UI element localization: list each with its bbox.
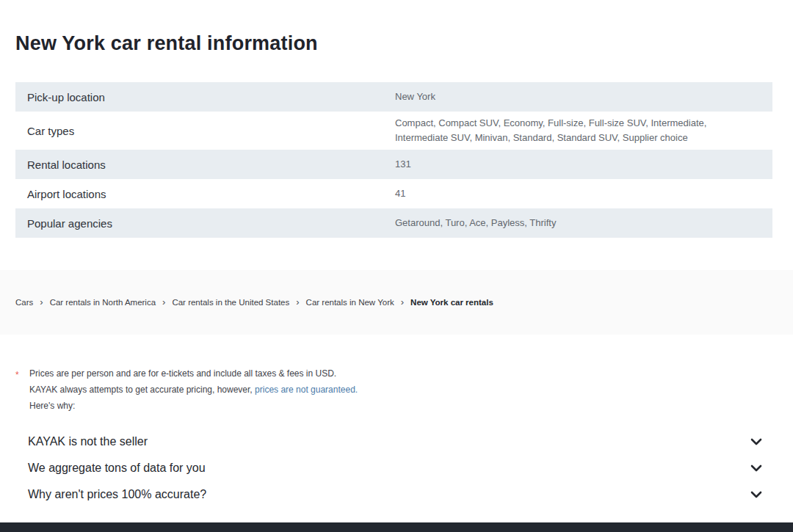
accordion-item[interactable]: Why aren't prices 100% accurate? [15,481,772,508]
breadcrumb-link[interactable]: New York car rentals [410,298,493,307]
table-row: Popular agencies Getaround, Turo, Ace, P… [15,208,772,238]
accordion-item-title: We aggregate tons of data for you [28,462,206,475]
asterisk-icon: * [15,367,19,383]
page-title: New York car rental information [15,0,772,55]
breadcrumb: › Cars › Car rentals in North America › … [15,298,493,307]
breadcrumb-segment: › Car rentals in New York [289,298,394,307]
breadcrumb-segment: › Cars [15,298,33,307]
chevron-right-icon: › [162,297,165,307]
accordion-item-title: KAYAK is not the seller [28,435,148,448]
pricing-disclaimer: * Prices are per person and are for e-ti… [15,365,772,414]
breadcrumb-link[interactable]: Car rentals in the United States [172,298,289,307]
disclaimer-line-3: Here's why: [29,398,772,414]
table-row-label: Rental locations [15,154,395,175]
table-row-value: New York [395,85,772,109]
chevron-right-icon: › [40,297,43,307]
accordion-item[interactable]: KAYAK is not the seller [15,429,772,455]
table-row-value: Getaround, Turo, Ace, Payless, Thrifty [395,211,772,235]
disclaimer-line-2: KAYAK always attempts to get accurate pr… [29,382,772,398]
breadcrumb-segment: › New York car rentals [394,298,493,307]
accordion-item-title: Why aren't prices 100% accurate? [28,488,206,501]
breadcrumb-link[interactable]: Cars [15,298,33,307]
rental-info-table: Pick-up location New York Car types Comp… [15,82,772,238]
table-row: Airport locations 41 [15,179,772,208]
table-row-label: Car types [15,120,395,142]
breadcrumb-link[interactable]: Car rentals in North America [50,298,156,307]
chevron-down-icon [750,438,762,445]
disclaimer-line-2-suffix: . [355,385,358,395]
table-row: Rental locations 131 [15,150,772,179]
disclaimer-line-1: Prices are per person and are for e-tick… [29,365,772,382]
footer-bar [0,522,793,532]
breadcrumb-band: › Cars › Car rentals in North America › … [0,270,793,335]
disclaimer-line-2-prefix: KAYAK always attempts to get accurate pr… [29,385,255,395]
table-row-value: Compact, Compact SUV, Economy, Full-size… [395,112,772,150]
table-row-value: 131 [395,153,772,176]
pricing-faq-accordion: KAYAK is not the seller We aggregate ton… [15,429,772,508]
chevron-right-icon: › [296,297,299,307]
chevron-right-icon: › [401,297,404,307]
table-row-label: Popular agencies [15,213,395,234]
chevron-down-icon [750,464,762,472]
table-row-label: Pick-up location [15,87,395,108]
table-row-label: Airport locations [15,183,395,205]
breadcrumb-segment: › Car rentals in North America [33,298,156,307]
prices-not-guaranteed-link[interactable]: prices are not guaranteed [255,385,355,395]
table-row: Car types Compact, Compact SUV, Economy,… [15,112,772,150]
breadcrumb-segment: › Car rentals in the United States [156,298,289,307]
accordion-item[interactable]: We aggregate tons of data for you [15,455,772,481]
table-row: Pick-up location New York [15,82,772,112]
table-row-value: 41 [395,182,772,205]
main-content: New York car rental information Pick-up … [0,0,793,508]
kayak-car-rental-info-page: New York car rental information Pick-up … [0,0,793,532]
breadcrumb-link[interactable]: Car rentals in New York [306,298,394,307]
chevron-down-icon [750,491,762,498]
